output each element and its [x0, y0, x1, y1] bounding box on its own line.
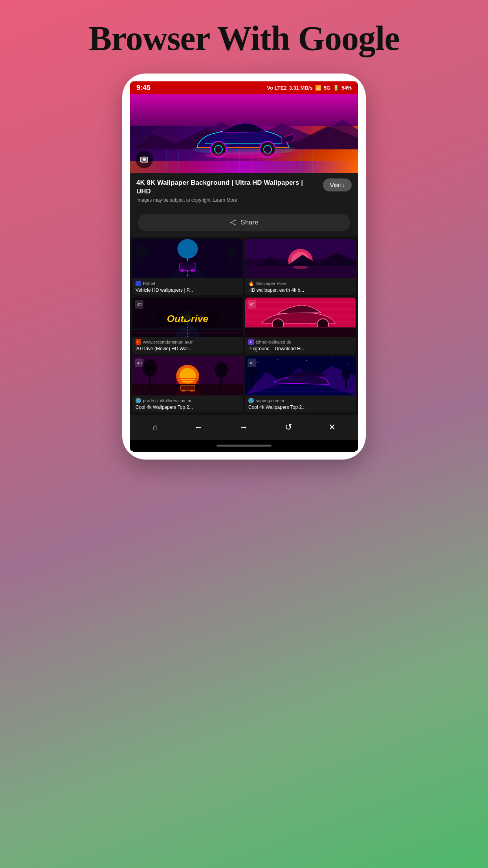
source-icon-2: 🔥: [248, 281, 254, 286]
image-grid: Pxfuel Vehicle HD wallpapers | P...: [130, 237, 358, 415]
thumb-4: 🏷: [245, 298, 356, 337]
svg-point-67: [331, 358, 332, 359]
grid-item-1[interactable]: Pxfuel Vehicle HD wallpapers | P...: [132, 239, 243, 295]
thumb-tag-5: 🏷: [135, 359, 143, 367]
share-icon: [229, 219, 237, 226]
grid-item-3[interactable]: OutDrive 🏷 E www.erdemdemirkan.av.tr 20: [132, 298, 243, 354]
info-section: 4K 8K Wallpaper Background | Ultra HD Wa…: [130, 173, 358, 208]
battery-icon: 🔋: [333, 85, 339, 91]
thumb-3: OutDrive 🏷: [132, 298, 243, 337]
svg-point-23: [180, 269, 185, 272]
svg-rect-51: [176, 378, 199, 379]
svg-point-20: [226, 246, 236, 259]
source-name-1: Pxfuel: [143, 281, 155, 286]
battery-level: 54%: [341, 85, 352, 91]
source-icon-3: E: [136, 339, 141, 345]
wifi-icon: 📶: [315, 85, 321, 91]
status-right: Vo LTE2 3.31 MB/s 📶 5G 🔋 54%: [267, 85, 352, 91]
thumb5-svg: [132, 356, 243, 395]
source-name-4: lehner-belkaied.de: [256, 340, 292, 344]
svg-point-24: [191, 269, 195, 272]
grid-item-2[interactable]: 🔥 Wallpaper Flare HD wallpaper: earth 4k…: [245, 239, 356, 295]
home-indicator: [216, 445, 272, 447]
svg-point-62: [190, 390, 194, 392]
thumb-5: 🏷: [132, 356, 243, 395]
grid-title-3: 20 Drive (Movie) HD Wall...: [136, 346, 240, 351]
source-icon-1: [136, 281, 141, 286]
svg-point-80: [342, 369, 350, 379]
close-button[interactable]: ✕: [321, 420, 343, 434]
thumb-2: [245, 239, 356, 278]
source-name-5: prode.clubtalleres.com.ar: [143, 398, 192, 403]
info-title: 4K 8K Wallpaper Background | Ultra HD Wa…: [136, 178, 319, 196]
grid-title-6: Cool 4k Wallpapers Top 2...: [248, 405, 352, 410]
grid-item-4[interactable]: 🏷 L lehner-belkaied.de Pixground – Downl…: [245, 298, 356, 354]
svg-point-59: [215, 362, 227, 378]
status-speed: 3.31 MB/s: [289, 85, 313, 91]
source-name-6: superig.com.br: [256, 398, 284, 403]
svg-point-14: [177, 239, 198, 259]
grid-label-2: 🔥 Wallpaper Flare HD wallpaper: earth 4k…: [245, 278, 356, 295]
back-button[interactable]: ←: [186, 420, 211, 434]
thumb4-svg: [245, 298, 356, 337]
thumb-tag-3: 🏷: [135, 300, 143, 309]
nav-bar: ⌂ ← → ↺ ✕: [130, 415, 358, 440]
svg-rect-53: [176, 383, 199, 384]
camera-icon: [140, 155, 149, 164]
source-icon-4: L: [248, 339, 254, 345]
info-text-block: 4K 8K Wallpaper Background | Ultra HD Wa…: [136, 178, 319, 203]
visit-button[interactable]: Visit ›: [323, 178, 352, 191]
grid-title-4: Pixground – Download Hi...: [248, 346, 352, 351]
svg-point-64: [257, 362, 258, 362]
thumb6-svg: [245, 356, 356, 395]
svg-rect-52: [176, 380, 199, 381]
thumb-tag-4: 🏷: [248, 300, 256, 309]
svg-rect-22: [182, 261, 194, 265]
status-network: Vo LTE2: [267, 85, 287, 91]
thumb3-svg: OutDrive: [132, 298, 243, 337]
svg-point-12: [144, 159, 145, 160]
thumb2-svg: [245, 239, 356, 278]
grid-label-4: L lehner-belkaied.de Pixground – Downloa…: [245, 337, 356, 354]
phone-screen: 9:45 Vo LTE2 3.31 MB/s 📶 5G 🔋 54%: [130, 81, 358, 452]
grid-label-3: E www.erdemdemirkan.av.tr 20 Drive (Movi…: [132, 337, 243, 354]
svg-point-18: [135, 243, 147, 259]
svg-point-9: [205, 152, 283, 158]
grid-item-6[interactable]: 🏷 🌐 superig.com.br Cool 4k Wallpapers To…: [245, 356, 356, 412]
hero-car-svg: [181, 118, 307, 161]
thumb-tag-6: 🏷: [248, 359, 256, 367]
info-subtitle: Images may be subject to copyright. Lear…: [136, 197, 319, 203]
grid-title-1: Vehicle HD wallpapers | P...: [136, 287, 240, 293]
svg-point-61: [182, 390, 185, 392]
thumb-6: 🏷: [245, 356, 356, 395]
source-icon-6: 🌐: [248, 398, 254, 403]
share-bar[interactable]: Share: [138, 214, 350, 231]
svg-point-78: [247, 366, 257, 378]
grid-item-5[interactable]: 🏷 🌐 prode.clubtalleres.com.ar Cool 4k Wa…: [132, 356, 243, 412]
share-label: Share: [240, 219, 258, 226]
grid-label-5: 🌐 prode.clubtalleres.com.ar Cool 4k Wall…: [132, 395, 243, 412]
page-title: Browser With Google: [89, 20, 400, 58]
svg-rect-46: [245, 327, 356, 337]
camera-button[interactable]: [136, 151, 153, 168]
home-button[interactable]: ⌂: [145, 420, 165, 434]
svg-point-38: [183, 311, 192, 320]
thumb-1: [132, 239, 243, 278]
grid-label-1: Pxfuel Vehicle HD wallpapers | P...: [132, 278, 243, 295]
svg-point-32: [293, 266, 308, 269]
phone-frame: 9:45 Vo LTE2 3.31 MB/s 📶 5G 🔋 54%: [122, 74, 366, 460]
status-time: 9:45: [136, 84, 150, 92]
status-bar: 9:45 Vo LTE2 3.31 MB/s 📶 5G 🔋 54%: [130, 81, 358, 94]
source-name-2: Wallpaper Flare: [256, 281, 286, 286]
svg-point-65: [277, 359, 278, 360]
svg-point-8: [264, 145, 272, 153]
refresh-button[interactable]: ↺: [277, 420, 300, 434]
grid-title-2: HD wallpaper: earth 4k b...: [248, 287, 352, 293]
home-bar: [130, 440, 358, 452]
source-name-3: www.erdemdemirkan.av.tr: [143, 340, 193, 344]
svg-point-68: [347, 364, 348, 364]
svg-point-6: [215, 145, 222, 153]
grid-title-5: Cool 4k Wallpapers Top 2...: [136, 405, 240, 410]
forward-button[interactable]: →: [232, 420, 256, 434]
svg-point-57: [142, 359, 157, 377]
